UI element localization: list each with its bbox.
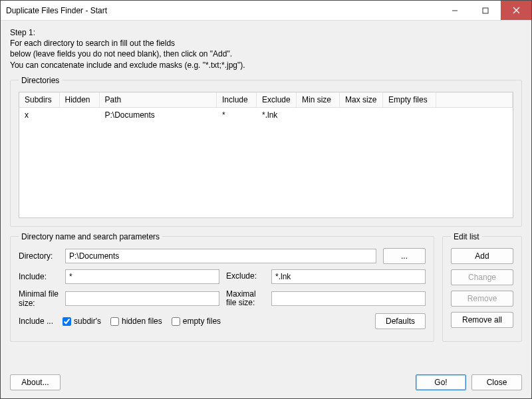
hidden-checkbox[interactable]	[110, 317, 119, 326]
params-legend: Directory name and search parameters	[19, 232, 162, 241]
table-header-row: Subdirs Hidden Path Include Exclude Min …	[19, 92, 513, 108]
col-empty[interactable]: Empty files	[383, 92, 436, 108]
col-hidden[interactable]: Hidden	[59, 92, 99, 108]
include-options: Include ... subdir's hidden files empty …	[19, 317, 221, 326]
step-heading: Step 1:	[10, 27, 522, 38]
cell-path: P:\Documents	[99, 107, 217, 122]
cell-exclude: *.lnk	[257, 107, 297, 122]
step-instructions: Step 1: For each directory to search in …	[10, 27, 522, 70]
minimize-button[interactable]	[440, 1, 470, 20]
svg-rect-1	[483, 8, 488, 13]
col-include[interactable]: Include	[217, 92, 257, 108]
col-subdirs[interactable]: Subdirs	[19, 92, 59, 108]
col-spacer	[436, 92, 513, 108]
step-line: For each directory to search in fill out…	[10, 38, 522, 49]
directory-label: Directory:	[19, 251, 59, 261]
cell-subdirs: x	[19, 107, 59, 122]
window-controls	[440, 1, 531, 20]
change-button[interactable]: Change	[451, 269, 513, 285]
add-button[interactable]: Add	[451, 248, 513, 264]
empty-checkbox[interactable]	[172, 317, 180, 326]
hidden-checkbox-label[interactable]: hidden files	[110, 317, 162, 326]
editlist-legend: Edit list	[451, 232, 482, 241]
remove-button[interactable]: Remove	[451, 291, 513, 307]
cell-hidden	[59, 107, 99, 122]
bottom-row: About... Go! Close	[10, 370, 522, 390]
client-area: Step 1: For each directory to search in …	[1, 21, 531, 398]
close-dialog-button[interactable]: Close	[471, 374, 522, 390]
cell-minsize	[297, 107, 340, 122]
minsize-label: Minimal file size:	[19, 289, 59, 308]
directories-group: Directories Subdirs Hidden Path Include …	[10, 76, 522, 227]
directory-input[interactable]	[65, 249, 376, 263]
exclude-label: Exclude:	[226, 272, 265, 281]
subdirs-checkbox-label[interactable]: subdir's	[63, 317, 101, 326]
defaults-button[interactable]: Defaults	[375, 313, 426, 329]
directories-legend: Directories	[19, 76, 62, 85]
minsize-input[interactable]	[65, 291, 219, 306]
directories-table: Subdirs Hidden Path Include Exclude Min …	[19, 92, 513, 122]
about-button[interactable]: About...	[10, 374, 61, 390]
maximize-button[interactable]	[470, 1, 501, 20]
col-exclude[interactable]: Exclude	[257, 92, 297, 108]
include-input[interactable]	[65, 269, 219, 284]
maxsize-label: Maximal file size:	[226, 290, 265, 307]
maxsize-input[interactable]	[271, 291, 426, 306]
table-row[interactable]: x P:\Documents * *.lnk	[19, 107, 513, 122]
close-button[interactable]	[501, 1, 531, 20]
remove-all-button[interactable]: Remove all	[451, 312, 513, 328]
mid-row: Directory name and search parameters Dir…	[10, 232, 522, 342]
empty-checkbox-label[interactable]: empty files	[172, 317, 221, 326]
exclude-input[interactable]	[271, 269, 426, 284]
app-window: Duplicate Files Finder - Start Step 1: F…	[0, 0, 532, 399]
step-line: below (leave fields you do not need blan…	[10, 49, 522, 59]
window-title: Duplicate Files Finder - Start	[1, 6, 107, 15]
step-line: You can concatenate include and exclude …	[10, 60, 522, 70]
col-maxsize[interactable]: Max size	[340, 92, 383, 108]
titlebar: Duplicate Files Finder - Start	[1, 1, 531, 21]
cell-include: *	[217, 107, 257, 122]
col-path[interactable]: Path	[99, 92, 217, 108]
params-group: Directory name and search parameters Dir…	[10, 232, 434, 342]
include-opts-label: Include ...	[19, 317, 53, 326]
include-label: Include:	[19, 272, 59, 281]
directories-list[interactable]: Subdirs Hidden Path Include Exclude Min …	[19, 92, 513, 218]
cell-maxsize	[340, 107, 383, 122]
browse-button[interactable]: ...	[383, 248, 426, 264]
cell-empty	[383, 107, 436, 122]
go-button[interactable]: Go!	[416, 374, 466, 390]
editlist-group: Edit list Add Change Remove Remove all	[442, 232, 522, 342]
subdirs-checkbox[interactable]	[63, 317, 71, 326]
col-minsize[interactable]: Min size	[297, 92, 340, 108]
